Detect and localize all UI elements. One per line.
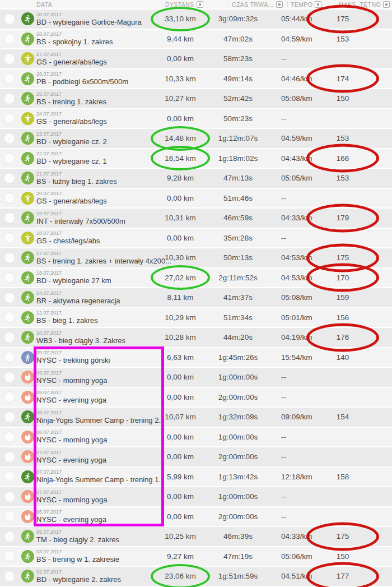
workout-title[interactable]: NYSC - evening yoga	[36, 515, 157, 524]
table-row[interactable]: 06.07.2017 NYSC - evening yoga 0,00 km 2…	[0, 507, 392, 528]
select-row-radio[interactable]	[4, 113, 15, 124]
workout-title[interactable]: BS - luźny bieg 1. zakres	[36, 177, 157, 186]
workout-title[interactable]: TM - bieg ciągły 2. zakres	[36, 535, 157, 544]
select-row-radio[interactable]	[4, 551, 15, 562]
select-row-radio[interactable]	[4, 431, 15, 442]
table-row[interactable]: 24.07.2017 GS - general/abs/legs 0,00 km…	[0, 109, 392, 130]
select-row-radio[interactable]	[4, 412, 15, 423]
workout-title[interactable]: GS - general/abs/legs	[36, 58, 157, 66]
table-row[interactable]: 14.07.2017 BR - aktywna regeneracja 8,11…	[0, 288, 392, 308]
workout-info-cell: 28.07.2017 BS - spokojny 1. zakres	[36, 31, 157, 46]
table-row[interactable]: 10.07.2017 WB3 - bieg ciągły 3. Zakres 1…	[0, 328, 392, 348]
select-row-radio[interactable]	[4, 292, 15, 303]
workout-title[interactable]: Ninja-Yogis Summer Camp - trening 2.	[36, 416, 157, 424]
select-row-radio[interactable]	[4, 93, 15, 104]
select-row-radio[interactable]	[4, 272, 15, 283]
workout-title[interactable]: NYSC - evening yoga	[36, 396, 157, 404]
select-row-radio[interactable]	[4, 73, 15, 84]
workout-title[interactable]: GS - chest/legs/abs	[36, 237, 157, 245]
workout-title[interactable]: Ninja-Yogis Summer Camp - trening 1.	[36, 475, 157, 484]
select-row-radio[interactable]	[4, 571, 15, 582]
select-row-radio[interactable]	[4, 53, 15, 64]
select-row-radio[interactable]	[4, 252, 15, 264]
select-row-radio[interactable]	[4, 511, 15, 522]
workout-title[interactable]: NYSC - evening yoga	[36, 456, 157, 464]
table-row[interactable]: 22.07.2017 BD - wybieganie cz. 1 16,54 k…	[0, 149, 392, 169]
table-row[interactable]: 27.07.2017 GS - general/abs/legs 0,00 km…	[0, 49, 392, 70]
select-row-radio[interactable]	[4, 232, 15, 243]
workout-title[interactable]: NYSC - morning yoga	[36, 496, 157, 504]
table-row[interactable]: 25.07.2017 BS - trening 1. zakres 10,27 …	[0, 89, 392, 109]
select-row-radio[interactable]	[4, 471, 15, 482]
table-row[interactable]: 12.07.2017 BS - bieg 1. zakres 10,29 km …	[0, 308, 392, 329]
table-row[interactable]: 07.07.2017 NYSC - morning yoga 0,00 km 1…	[0, 487, 392, 507]
table-row[interactable]: 17.07.2017 BS - trening 1. zakres + inte…	[0, 248, 392, 269]
table-row[interactable]: 28.07.2017 BS - spokojny 1. zakres 9,44 …	[0, 30, 392, 50]
column-header-max-hr[interactable]: MAKS. TĘTNO	[339, 0, 390, 8]
workout-title[interactable]: PB - podbiegi 6x500m/500m	[36, 77, 157, 86]
select-row-radio[interactable]	[4, 152, 15, 164]
table-row[interactable]: 09.07.2017 NYSC - trekking górski 6,63 k…	[0, 348, 392, 368]
select-row-radio[interactable]	[4, 33, 15, 44]
table-row[interactable]: 08.07.2017 Ninja-Yogis Summer Camp - tre…	[0, 408, 392, 428]
workout-title[interactable]: GS - general/abs/legs	[36, 197, 157, 205]
workout-title[interactable]: INT - interwały 7x500/500m	[36, 217, 157, 225]
workout-title[interactable]: BD - wybieganie cz. 2	[36, 137, 157, 146]
select-row-radio[interactable]	[4, 133, 15, 144]
table-row[interactable]: 08.07.2017 NYSC - evening yoga 0,00 km 2…	[0, 388, 392, 408]
workout-title[interactable]: NYSC - morning yoga	[36, 376, 157, 385]
sort-icon[interactable]	[197, 1, 203, 8]
workout-title[interactable]: BS - trening 1. zakres	[36, 98, 157, 106]
table-row[interactable]: 21.07.2017 BS - luźny bieg 1. zakres 9,2…	[0, 169, 392, 189]
workout-title[interactable]: NYSC - morning yoga	[36, 436, 157, 444]
table-row[interactable]: 30.07.2017 BD - wybieganie Gorlice-Magur…	[0, 10, 392, 30]
column-header-duration[interactable]: CZAS TRWA...	[232, 0, 283, 8]
workout-title[interactable]: GS - general/abs/legs	[36, 117, 157, 126]
select-row-radio[interactable]	[4, 391, 15, 403]
max-hr-cell: 154	[325, 413, 392, 421]
table-row[interactable]: 23.07.2017 BD - wybieganie cz. 2 14,48 k…	[0, 129, 392, 149]
workout-title[interactable]: NYSC - trekking górski	[36, 356, 157, 364]
table-row[interactable]: 20.07.2017 GS - general/abs/legs 0,00 km…	[0, 189, 392, 209]
workout-title[interactable]: BS - bieg 1. zakres	[36, 316, 157, 325]
workout-title[interactable]: WB3 - bieg ciągły 3. Zakres	[36, 336, 157, 345]
table-row[interactable]: 09.07.2017 NYSC - morning yoga 0,00 km 1…	[0, 368, 392, 388]
table-row[interactable]: 08.07.2017 NYSC - morning yoga 0,00 km 1…	[0, 428, 392, 448]
workout-title[interactable]: BD - wybieganie Gorlice-Magura	[36, 18, 157, 26]
select-row-radio[interactable]	[4, 332, 15, 343]
select-row-radio[interactable]	[4, 352, 15, 363]
sort-icon[interactable]	[315, 1, 321, 8]
workout-title[interactable]: BD - wybieganie 27 km	[36, 276, 157, 285]
table-row[interactable]: 07.07.2017 NYSC - evening yoga 0,00 km 2…	[0, 447, 392, 468]
workout-title[interactable]: BD - wybieganie cz. 1	[36, 157, 157, 165]
table-row[interactable]: 03.07.2017 BS - trening w 1. zakresie 9,…	[0, 547, 392, 567]
select-row-radio[interactable]	[4, 212, 15, 224]
select-row-radio[interactable]	[4, 372, 15, 383]
sort-icon[interactable]	[276, 1, 283, 8]
table-row[interactable]: 26.07.2017 PB - podbiegi 6x500m/500m 10,…	[0, 70, 392, 90]
select-row-radio[interactable]	[4, 192, 15, 204]
sort-icon[interactable]	[383, 1, 390, 8]
workout-title[interactable]: BR - aktywna regeneracja	[36, 297, 157, 305]
select-row-radio[interactable]	[4, 13, 15, 25]
select-row-radio[interactable]	[4, 531, 15, 542]
select-row-radio[interactable]	[4, 451, 15, 463]
table-row[interactable]: 05.07.2017 TM - bieg ciągły 2. zakres 10…	[0, 527, 392, 547]
column-header-tempo[interactable]: TEMPO	[291, 0, 321, 8]
row-icon-cell	[19, 12, 36, 25]
select-row-radio[interactable]	[4, 173, 15, 184]
duration-value: 46m:39s	[223, 532, 253, 540]
select-row-radio[interactable]	[4, 491, 15, 502]
workout-title[interactable]: BS - trening 1. zakres + interwały 4x200…	[36, 257, 157, 265]
column-header-distance[interactable]: DYSTANS	[165, 0, 203, 8]
workout-title[interactable]: BS - trening w 1. zakresie	[36, 555, 157, 563]
table-row[interactable]: 19.07.2017 INT - interwały 7x500/500m 10…	[0, 209, 392, 229]
table-row[interactable]: 18.07.2017 GS - chest/legs/abs 0,00 km 3…	[0, 229, 392, 249]
select-row-radio[interactable]	[4, 312, 15, 323]
workout-title[interactable]: BS - spokojny 1. zakres	[36, 38, 157, 46]
workout-title[interactable]: BD - wybieganie 2. zakres	[36, 575, 157, 584]
table-row[interactable]: 02.07.2017 BD - wybieganie 2. zakres 23,…	[0, 567, 392, 587]
tempo-cell: 15:54/km	[274, 353, 325, 362]
table-row[interactable]: 07.07.2017 Ninja-Yogis Summer Camp - tre…	[0, 468, 392, 488]
table-row[interactable]: 16.07.2017 BD - wybieganie 27 km 27,02 k…	[0, 269, 392, 289]
